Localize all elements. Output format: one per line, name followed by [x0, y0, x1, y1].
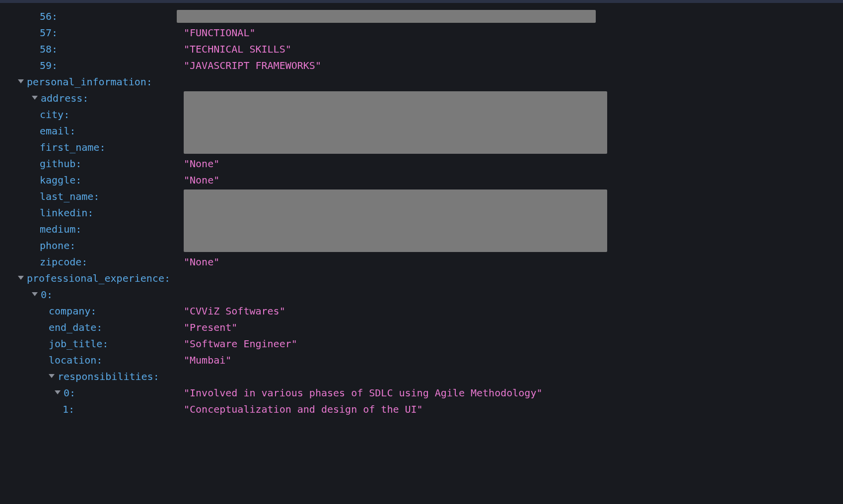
tree-value: "Software Engineer"	[184, 338, 297, 350]
tree-row[interactable]: zipcode:"None"	[0, 253, 843, 270]
tree-key: github:	[40, 158, 81, 170]
tree-key-cell: last_name:	[0, 188, 184, 204]
tree-value: "Mumbai"	[184, 354, 231, 366]
tree-value-cell: "Present"	[184, 319, 611, 335]
redacted-value	[177, 10, 596, 23]
tree-row[interactable]: professional_experience:	[0, 270, 843, 286]
json-tree-viewer: 56:57:"FUNCTIONAL"58:"TECHNICAL SKILLS"5…	[0, 3, 843, 417]
chevron-down-icon[interactable]	[32, 292, 38, 296]
tree-key: 59:	[40, 60, 58, 71]
tree-key-cell: address:	[0, 90, 184, 106]
tree-value-cell	[184, 270, 611, 286]
tree-row[interactable]: 57:"FUNCTIONAL"	[0, 24, 843, 41]
tree-key: 0:	[41, 289, 53, 301]
tree-value: "None"	[184, 158, 219, 170]
tree-value-cell: "JAVASCRIPT FRAMEWORKS"	[184, 57, 611, 73]
chevron-down-icon[interactable]	[18, 276, 24, 280]
tree-value: "Conceptualization and design of the UI"	[184, 403, 423, 415]
tree-row[interactable]: 59:"JAVASCRIPT FRAMEWORKS"	[0, 57, 843, 73]
tree-row[interactable]: 58:"TECHNICAL SKILLS"	[0, 41, 843, 57]
tree-value-cell	[184, 368, 611, 384]
tree-key-cell: 0:	[0, 286, 184, 303]
tree-value: "Present"	[184, 321, 237, 333]
chevron-down-icon[interactable]	[55, 390, 61, 394]
tree-key: job_title:	[49, 338, 108, 350]
tree-value-cell	[184, 8, 611, 24]
redacted-block	[184, 189, 607, 252]
tree-key-cell: professional_experience:	[0, 270, 184, 286]
tree-value-cell: "Mumbai"	[184, 352, 611, 368]
tree-row[interactable]: end_date:"Present"	[0, 319, 843, 335]
tree-value: "Involved in various phases of SDLC usin…	[184, 387, 542, 399]
tree-key-cell: zipcode:	[0, 253, 184, 270]
tree-key: first_name:	[40, 141, 105, 153]
tree-row[interactable]: personal_information:	[0, 73, 843, 90]
tree-key-cell: job_title:	[0, 335, 184, 352]
chevron-down-icon[interactable]	[18, 79, 24, 83]
tree-row[interactable]: 56:	[0, 8, 843, 24]
tree-key: location:	[49, 354, 102, 366]
tree-value-cell: "Involved in various phases of SDLC usin…	[184, 384, 611, 401]
tree-key-cell: company:	[0, 303, 184, 319]
tree-key: zipcode:	[40, 256, 87, 268]
tree-value-cell: "FUNCTIONAL"	[184, 24, 611, 41]
tree-key-cell: 0:	[0, 384, 184, 401]
tree-key-cell: medium:	[0, 221, 184, 237]
tree-row[interactable]: github:"None"	[0, 155, 843, 172]
tree-key: end_date:	[49, 321, 102, 333]
tree-key-cell: end_date:	[0, 319, 184, 335]
tree-key: personal_information:	[27, 76, 152, 88]
tree-key-cell: first_name:	[0, 139, 184, 155]
tree-key-cell: 1:	[0, 401, 184, 417]
tree-key: 56:	[40, 10, 58, 22]
chevron-down-icon[interactable]	[32, 96, 38, 100]
tree-key: city:	[40, 109, 70, 121]
tree-key: 58:	[40, 43, 58, 55]
tree-key: email:	[40, 125, 75, 137]
tree-row[interactable]: location:"Mumbai"	[0, 352, 843, 368]
tree-value-cell	[184, 73, 611, 90]
tree-key: responsibilities:	[58, 371, 159, 382]
tree-key: 0:	[64, 387, 75, 399]
tree-key-cell: 58:	[0, 41, 184, 57]
tree-key: linkedin:	[40, 207, 93, 219]
tree-value-cell: "Software Engineer"	[184, 335, 611, 352]
tree-row[interactable]: company:"CVViZ Softwares"	[0, 303, 843, 319]
tree-value: "None"	[184, 174, 219, 186]
tree-key-cell: 57:	[0, 24, 184, 41]
tree-row[interactable]: 0:"Involved in various phases of SDLC us…	[0, 384, 843, 401]
tree-key: last_name:	[40, 190, 99, 202]
tree-key: 57:	[40, 27, 58, 39]
tree-key: phone:	[40, 240, 75, 252]
tree-key-cell: github:	[0, 155, 184, 172]
chevron-down-icon[interactable]	[49, 374, 55, 378]
tree-key: professional_experience:	[27, 272, 170, 284]
tree-key-cell: location:	[0, 352, 184, 368]
tree-value-cell	[184, 286, 611, 303]
redacted-block	[184, 91, 607, 154]
tree-value: "None"	[184, 256, 219, 268]
tree-key: kaggle:	[40, 174, 81, 186]
tree-key-cell: email:	[0, 123, 184, 139]
tree-key-cell: city:	[0, 106, 184, 123]
tree-value: "TECHNICAL SKILLS"	[184, 43, 291, 55]
tree-key: 1:	[63, 403, 74, 415]
tree-key-cell: phone:	[0, 237, 184, 253]
tree-key-cell: 59:	[0, 57, 184, 73]
tree-key: company:	[49, 305, 96, 317]
tree-value: "FUNCTIONAL"	[184, 27, 256, 39]
tree-row[interactable]: kaggle:"None"	[0, 172, 843, 188]
tree-key: address:	[41, 92, 88, 104]
tree-row[interactable]: job_title:"Software Engineer"	[0, 335, 843, 352]
tree-value-cell: "Conceptualization and design of the UI"	[184, 401, 611, 417]
tree-row[interactable]: responsibilities:	[0, 368, 843, 384]
tree-value-cell: "CVViZ Softwares"	[184, 303, 611, 319]
tree-key-cell: 56:	[0, 8, 184, 24]
tree-key-cell: kaggle:	[0, 172, 184, 188]
tree-row[interactable]: 0:	[0, 286, 843, 303]
tree-key-cell: personal_information:	[0, 73, 184, 90]
tree-row[interactable]: 1:"Conceptualization and design of the U…	[0, 401, 843, 417]
tree-value-cell: "None"	[184, 155, 611, 172]
tree-value-cell: "TECHNICAL SKILLS"	[184, 41, 611, 57]
tree-value: "CVViZ Softwares"	[184, 305, 285, 317]
